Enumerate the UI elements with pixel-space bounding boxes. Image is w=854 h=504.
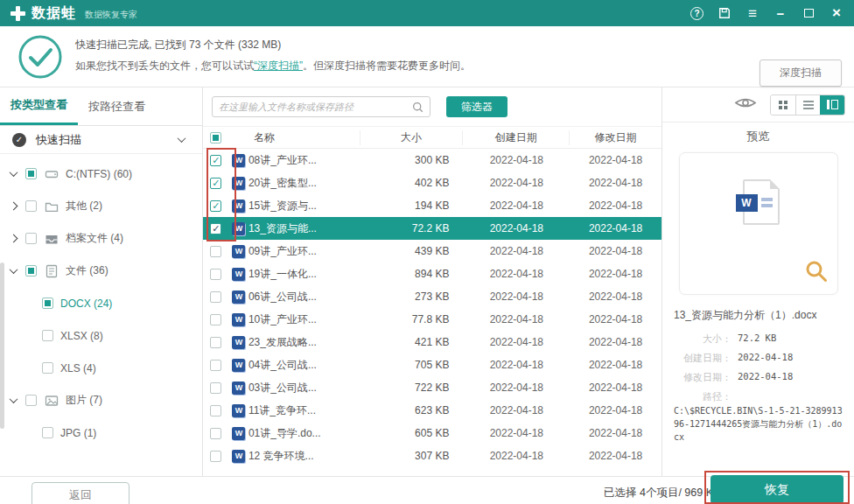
- expander-icon[interactable]: [10, 395, 18, 403]
- size-label: 大小：: [674, 332, 732, 346]
- table-row[interactable]: ✓ W 23_发展战略... 421 KB 2022-04-18 2022-04…: [203, 331, 662, 354]
- search-input[interactable]: [219, 102, 412, 112]
- filter-button[interactable]: 筛选器: [446, 96, 508, 117]
- app-name: 数据蛙: [32, 4, 76, 23]
- tree-item-archive[interactable]: ✓ 档案文件 (4): [0, 222, 202, 255]
- file-list-panel: 筛选器 ✓ 名称 大小 创建日期 修改日期 ✓ W 08讲_产业环... 300…: [203, 88, 662, 476]
- row-checkbox[interactable]: ✓: [210, 269, 221, 280]
- row-checkbox[interactable]: ✓: [210, 223, 221, 234]
- help-icon[interactable]: ?: [690, 7, 704, 20]
- table-row[interactable]: ✓ W 01讲_导学.do... 605 KB 2022-04-18 2022-…: [203, 422, 662, 444]
- tree-checkbox[interactable]: ✓: [42, 362, 53, 374]
- preview-panel: 预览 W 13_资源与能力分析（1）.docx 大小： 72.2 KB 创建日期…: [662, 88, 854, 476]
- row-checkbox[interactable]: ✓: [210, 314, 221, 326]
- table-row[interactable]: ✓ W 12 竞争环境... 307 KB 2022-04-18 2022-04…: [203, 444, 662, 467]
- file-size: 894 KB: [360, 268, 464, 280]
- file-modified: 2022-04-18: [570, 200, 662, 212]
- expander-icon[interactable]: [10, 234, 18, 243]
- save-icon[interactable]: [718, 6, 732, 20]
- tree-item-xlsx[interactable]: ✓ XLSX (8): [0, 319, 202, 352]
- tree-checkbox[interactable]: ✓: [25, 265, 37, 276]
- row-checkbox[interactable]: ✓: [210, 428, 221, 439]
- file-created: 2022-04-18: [463, 200, 570, 212]
- row-checkbox[interactable]: ✓: [210, 405, 221, 416]
- view-mode-detail-button[interactable]: [820, 95, 844, 115]
- minimize-icon[interactable]: −: [774, 6, 788, 20]
- tree-item-images[interactable]: ✓ 图片 (7): [0, 384, 202, 416]
- tree-checkbox[interactable]: ✓: [25, 168, 37, 179]
- row-checkbox[interactable]: ✓: [210, 451, 221, 462]
- search-box[interactable]: [212, 96, 430, 117]
- tree-item-xls[interactable]: ✓ XLS (4): [0, 352, 202, 384]
- table-row[interactable]: ✓ W 03讲_公司战... 722 KB 2022-04-18 2022-04…: [203, 376, 662, 399]
- table-row[interactable]: ✓ W 20讲_密集型... 402 KB 2022-04-18 2022-04…: [203, 172, 662, 194]
- expander-icon[interactable]: [10, 168, 18, 177]
- row-checkbox[interactable]: ✓: [210, 178, 221, 189]
- tree-checkbox[interactable]: ✓: [25, 395, 37, 406]
- file-created: 2022-04-18: [463, 336, 570, 348]
- tree-checkbox[interactable]: ✓: [25, 200, 37, 212]
- file-created: 2022-04-18: [463, 313, 570, 326]
- tree-checkbox[interactable]: ✓: [42, 427, 53, 438]
- tree-item-docx[interactable]: ✓ DOCX (24): [0, 287, 202, 319]
- tree-item-jpg[interactable]: ✓ JPG (1): [0, 416, 202, 449]
- table-row[interactable]: ✓ W 19讲_一体化... 894 KB 2022-04-18 2022-04…: [203, 262, 662, 285]
- row-checkbox[interactable]: ✓: [210, 360, 221, 371]
- table-row[interactable]: ✓ W 06讲_公司战... 273 KB 2022-04-18 2022-04…: [203, 285, 662, 308]
- menu-icon[interactable]: ≡: [746, 6, 760, 20]
- close-icon[interactable]: ×: [830, 6, 844, 20]
- tree-checkbox[interactable]: ✓: [42, 330, 53, 341]
- file-created: 2022-04-18: [463, 427, 570, 439]
- row-checkbox[interactable]: ✓: [210, 337, 221, 348]
- select-all-checkbox[interactable]: ✓: [210, 132, 221, 144]
- table-row[interactable]: ✓ W 09讲_产业环... 439 KB 2022-04-18 2022-04…: [203, 240, 662, 262]
- file-name: 15讲_资源与...: [248, 199, 360, 214]
- row-checkbox[interactable]: ✓: [210, 200, 221, 212]
- file-created: 2022-04-18: [463, 359, 570, 371]
- row-checkbox[interactable]: ✓: [210, 155, 221, 166]
- file-size: 194 KB: [360, 200, 464, 212]
- tree-checkbox[interactable]: ✓: [42, 298, 53, 309]
- file-modified: 2022-04-18: [570, 450, 662, 462]
- table-row[interactable]: ✓ W 10讲_产业环... 77.8 KB 2022-04-18 2022-0…: [203, 308, 662, 331]
- table-row[interactable]: ✓ W 15讲_资源与... 194 KB 2022-04-18 2022-04…: [203, 194, 662, 217]
- deep-scan-link[interactable]: “深度扫描”: [254, 60, 303, 72]
- tree-item-cntfs[interactable]: ✓ C:(NTFS) (60): [0, 158, 202, 190]
- row-checkbox[interactable]: ✓: [210, 246, 221, 257]
- table-row[interactable]: ✓ W 08讲_产业环... 300 KB 2022-04-18 2022-04…: [203, 149, 662, 172]
- tab-view-by-type[interactable]: 按类型查看: [0, 88, 78, 125]
- recover-button[interactable]: 恢复: [710, 475, 844, 504]
- deep-scan-button[interactable]: 深度扫描: [760, 60, 842, 87]
- table-row[interactable]: ✓ W 04讲_公司战... 705 KB 2022-04-18 2022-04…: [203, 354, 662, 376]
- file-modified: 2022-04-18: [570, 404, 662, 416]
- word-file-icon: W: [232, 313, 245, 326]
- table-row-selected[interactable]: ✓ W 13_资源与能... 72.2 KB 2022-04-18 2022-0…: [203, 217, 662, 240]
- file-name: 13_资源与能...: [248, 221, 360, 236]
- row-checkbox[interactable]: ✓: [210, 382, 221, 394]
- scan-mode-dropdown[interactable]: ✓ 快速扫描: [0, 126, 202, 154]
- row-checkbox[interactable]: ✓: [210, 291, 221, 303]
- column-size[interactable]: 大小: [360, 130, 464, 145]
- view-mode-list-button[interactable]: [795, 95, 820, 115]
- preview-eye-icon[interactable]: [734, 95, 757, 114]
- expander-icon[interactable]: [10, 265, 18, 274]
- back-button[interactable]: 返回: [32, 482, 130, 504]
- tree-item-files[interactable]: ✓ 文件 (36): [0, 255, 202, 287]
- column-created[interactable]: 创建日期: [463, 130, 570, 145]
- file-created: 2022-04-18: [463, 450, 570, 462]
- column-name[interactable]: 名称: [229, 130, 360, 145]
- tree-checkbox[interactable]: ✓: [25, 233, 37, 244]
- expander-icon[interactable]: [10, 202, 18, 211]
- table-row[interactable]: ✓ W 11讲_竞争环... 623 KB 2022-04-18 2022-04…: [203, 399, 662, 422]
- word-file-icon: W: [232, 336, 245, 349]
- file-modified: 2022-04-18: [570, 336, 662, 348]
- magnifier-icon[interactable]: [804, 259, 829, 287]
- tab-view-by-path[interactable]: 按路径查看: [78, 88, 156, 125]
- word-file-icon: W: [232, 222, 245, 235]
- tree-item-other[interactable]: ✓ 其他 (2): [0, 190, 202, 222]
- column-modified[interactable]: 修改日期: [570, 130, 662, 145]
- sidebar-scrollbar[interactable]: [0, 262, 4, 429]
- file-size: 402 KB: [360, 177, 464, 189]
- maximize-icon[interactable]: [802, 6, 816, 20]
- view-mode-grid-button[interactable]: [771, 95, 795, 115]
